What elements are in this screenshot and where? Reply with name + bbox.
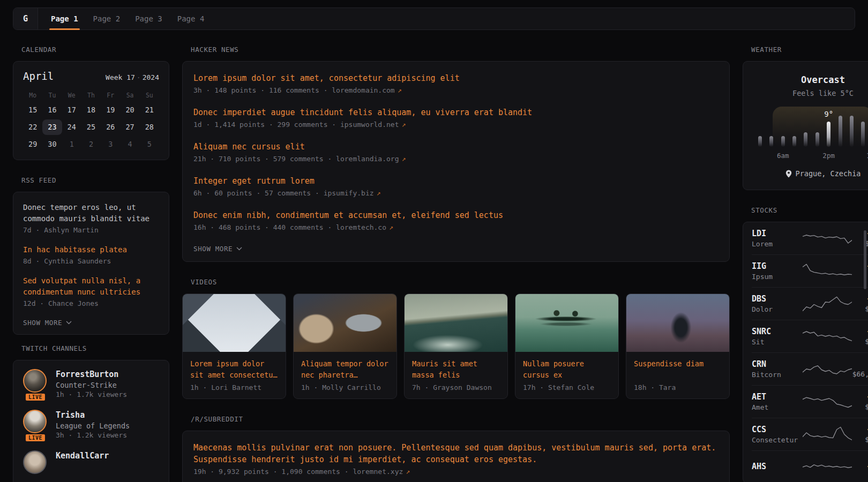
video-thumbnail[interactable] [626, 294, 729, 352]
calendar-day[interactable]: 15 [23, 102, 42, 118]
subreddit-post-title[interactable]: Maecenas mollis pulvinar erat non posuer… [193, 442, 719, 465]
calendar-day[interactable]: 3 [101, 137, 120, 152]
weather-card: Overcast Feels like 5°C [743, 61, 868, 190]
hackernews-item-title[interactable]: Lorem ipsum dolor sit amet, consectetur … [193, 72, 719, 84]
calendar-weekday: Fr [101, 88, 120, 102]
rss-item[interactable]: In hac habitasse platea 8d · Cynthia Sau… [23, 244, 159, 265]
weather-bar-column [850, 116, 854, 147]
page-tab[interactable]: Page 4 [170, 8, 212, 29]
rss-item-title[interactable]: Donec tempor eros leo, ut commodo mauris… [23, 202, 159, 224]
calendar-day[interactable]: 1 [62, 137, 81, 152]
twitch-channel[interactable]: LIVE Trisha League of Legends 3h · 1.2k … [23, 410, 159, 439]
hackernews-item[interactable]: Donec imperdiet augue tincidunt felis al… [193, 107, 719, 129]
stock-row[interactable]: CCS Consectetur +0.51% $165.84 [752, 418, 868, 451]
calendar-week-year: Week 17·2024 [106, 73, 159, 81]
stock-name: Dolor [752, 305, 803, 313]
subreddit-post[interactable]: Maecenas mollis pulvinar erat non posuer… [193, 442, 719, 476]
avatar [23, 410, 47, 433]
twitch-channel-name[interactable]: ForrestBurton [56, 369, 127, 380]
calendar-day[interactable]: 24 [62, 119, 81, 135]
hackernews-item[interactable]: Aliquam nec cursus elit 21h · 710 points… [193, 141, 719, 163]
video-title[interactable]: Aliquam tempor dolor nec pharetra… [294, 352, 396, 381]
rss-item[interactable]: Sed volutpat nulla nisl, a condimentum n… [23, 275, 159, 307]
hackernews-item-title[interactable]: Aliquam nec cursus elit [193, 141, 719, 153]
stock-name: Amet [752, 403, 803, 411]
video-title[interactable]: Nullam posuere cursus ex [515, 352, 618, 381]
video-title[interactable]: Suspendisse diam [626, 352, 729, 381]
video-card[interactable]: Suspendisse diam 18h · Tara [626, 293, 730, 399]
hackernews-item-title[interactable]: Donec enim nibh, condimentum et accumsan… [193, 209, 719, 221]
video-thumbnail[interactable] [183, 294, 286, 352]
calendar-day[interactable]: 25 [81, 119, 101, 135]
calendar-day[interactable]: 29 [23, 137, 42, 152]
scrollbar-thumb[interactable] [864, 230, 866, 289]
twitch-section-label: TWITCH CHANNELS [21, 344, 169, 352]
calendar-day[interactable]: 28 [140, 119, 159, 135]
top-bar: G Page 1 Page 2 Page 3 Page 4 [13, 7, 855, 30]
page-tab[interactable]: Page 2 [86, 8, 128, 29]
stock-ticker: AHS [752, 462, 803, 471]
video-thumbnail[interactable] [294, 294, 396, 352]
twitch-channel-name[interactable]: Trisha [56, 410, 130, 420]
weather-section: WEATHER Overcast Feels like 5°C [743, 46, 868, 190]
rss-item[interactable]: Donec tempor eros leo, ut commodo mauris… [23, 202, 159, 234]
hackernews-item[interactable]: Integer eget rutrum lorem 6h · 60 points… [193, 175, 719, 197]
app-logo[interactable]: G [13, 8, 38, 29]
weather-bar [758, 136, 762, 147]
weather-condition: Overcast [754, 74, 868, 85]
chevron-down-icon [236, 247, 242, 251]
calendar-day[interactable]: 26 [101, 119, 120, 135]
video-title[interactable]: Lorem ipsum dolor sit amet consectetu… [183, 352, 286, 381]
video-card[interactable]: Aliquam tempor dolor nec pharetra… 1h · … [293, 293, 397, 399]
video-thumbnail[interactable] [515, 294, 618, 352]
calendar-day[interactable]: 22 [23, 119, 42, 135]
stocks-card: LDI Lorem +4.35% $795.18 IIG Ipsum [743, 222, 868, 482]
hackernews-show-more[interactable]: SHOW MORE [193, 244, 719, 253]
calendar-day[interactable]: 17 [62, 102, 81, 118]
stock-row[interactable]: IIG Ipsum +2.84% $42.04 [752, 255, 868, 288]
rss-item-title[interactable]: Sed volutpat nulla nisl, a condimentum n… [23, 275, 159, 298]
calendar-day[interactable]: 27 [120, 119, 139, 135]
stock-row[interactable]: AHS +0.46% [752, 451, 868, 482]
stock-row[interactable]: DBS Dolor +1.42% $156.28 [752, 288, 868, 320]
stock-name: Lorem [752, 240, 803, 248]
page-tab[interactable]: Page 3 [128, 8, 170, 29]
calendar-card: April Week 17·2024 MoTuWeThFrSaSu 151617… [13, 61, 169, 160]
page-tab[interactable]: Page 1 [43, 8, 86, 29]
calendar-day[interactable]: 19 [101, 102, 120, 118]
hackernews-item-title[interactable]: Donec imperdiet augue tincidunt felis al… [193, 107, 719, 118]
twitch-channel-name[interactable]: KendallCarr [56, 450, 109, 461]
stock-row[interactable]: CRN Bitcorn -1.00% $66,171.48 [752, 353, 868, 386]
rss-section-label: RSS FEED [21, 176, 169, 184]
calendar-weekday: Th [81, 88, 101, 102]
calendar-day[interactable]: 5 [140, 137, 159, 152]
twitch-channel[interactable]: LIVE ForrestBurton Counter-Strike 1h · 1… [23, 369, 159, 398]
calendar-day[interactable]: 23 [42, 119, 62, 135]
stock-row[interactable]: LDI Lorem +4.35% $795.18 [752, 222, 868, 255]
location-pin-icon [785, 170, 792, 178]
video-card[interactable]: Mauris sit amet massa felis 7h · Grayson… [404, 293, 508, 399]
rss-card: Donec tempor eros leo, ut commodo mauris… [13, 192, 169, 335]
calendar-day[interactable]: 20 [120, 102, 139, 118]
calendar-day[interactable]: 18 [81, 102, 101, 118]
twitch-channel[interactable]: KendallCarr [23, 450, 159, 474]
hackernews-item[interactable]: Donec enim nibh, condimentum et accumsan… [193, 209, 719, 231]
video-card[interactable]: Lorem ipsum dolor sit amet consectetu… 1… [182, 293, 286, 399]
rss-item-title[interactable]: In hac habitasse platea [23, 244, 159, 255]
rss-item-meta: 8d · Cynthia Saunders [23, 257, 159, 265]
video-thumbnail[interactable] [405, 294, 507, 352]
calendar-day[interactable]: 30 [42, 137, 62, 152]
video-card[interactable]: Nullam posuere cursus ex 17h · Stefan Co… [515, 293, 619, 399]
hackernews-item-title[interactable]: Integer eget rutrum lorem [193, 175, 719, 187]
rss-show-more[interactable]: SHOW MORE [23, 318, 159, 327]
calendar-day[interactable]: 2 [81, 137, 101, 152]
video-title[interactable]: Mauris sit amet massa felis [405, 352, 507, 381]
stock-row[interactable]: SNRC Sit +1.36% $148.64 [752, 320, 868, 353]
hackernews-item[interactable]: Lorem ipsum dolor sit amet, consectetur … [193, 72, 719, 94]
stock-change: +0.51% [852, 425, 868, 434]
stock-row[interactable]: AET Amet +0.92% $499.72 [752, 386, 868, 418]
calendar-day[interactable]: 4 [120, 137, 139, 152]
stock-name: Ipsum [752, 273, 803, 281]
calendar-day[interactable]: 21 [140, 102, 159, 118]
calendar-day[interactable]: 16 [42, 102, 62, 118]
